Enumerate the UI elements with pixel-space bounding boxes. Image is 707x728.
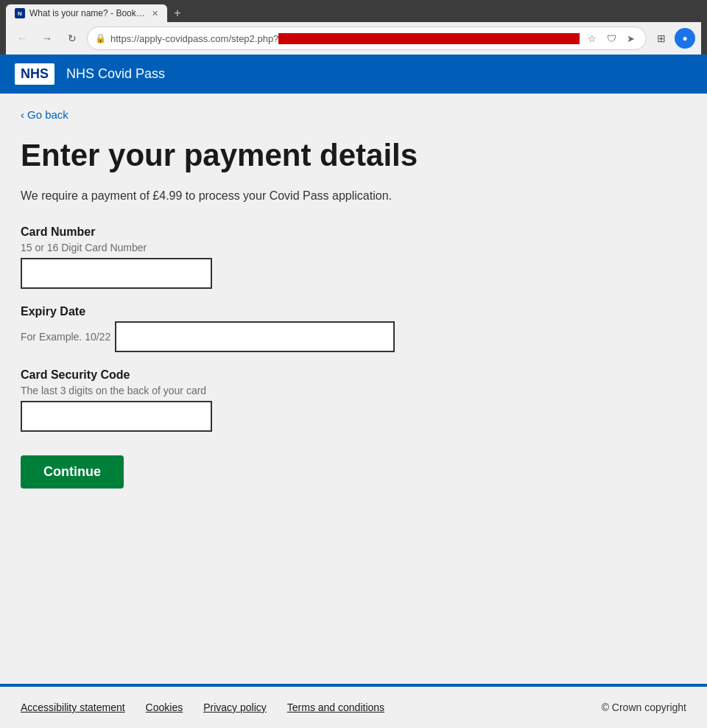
nhs-header: NHS NHS Covid Pass bbox=[0, 55, 707, 94]
card-number-hint: 15 or 16 Digit Card Number bbox=[21, 242, 686, 253]
url-prefix: https://apply-covidpass.com/step2.php? bbox=[110, 33, 278, 44]
footer-link-terms[interactable]: Terms and conditions bbox=[287, 701, 384, 713]
expiry-date-group: Expiry Date For Example. 10/22 bbox=[21, 305, 686, 352]
copyright-text: © Crown copyright bbox=[602, 701, 686, 713]
share-icon[interactable]: ➤ bbox=[622, 30, 639, 46]
url-text: https://apply-covidpass.com/step2.php? bbox=[110, 33, 580, 44]
continue-button[interactable]: Continue bbox=[21, 455, 124, 489]
nhs-site-title: NHS Covid Pass bbox=[66, 66, 165, 82]
url-bar[interactable]: 🔒 https://apply-covidpass.com/step2.php?… bbox=[87, 27, 647, 50]
tab-favicon: N bbox=[15, 8, 25, 18]
active-tab[interactable]: N What is your name? - Book a c... ✕ bbox=[6, 4, 167, 22]
reload-button[interactable]: ↻ bbox=[62, 28, 82, 49]
browser-chrome: N What is your name? - Book a c... ✕ + ←… bbox=[0, 0, 707, 55]
footer-link-accessibility[interactable]: Accessibility statement bbox=[21, 701, 125, 713]
shield-icon[interactable]: 🛡 bbox=[603, 30, 619, 46]
expiry-inline-group: For Example. 10/22 bbox=[21, 321, 686, 352]
profile-button[interactable]: ● bbox=[675, 28, 695, 49]
toolbar-right: ⊞ ● bbox=[651, 28, 695, 49]
expiry-date-label: Expiry Date bbox=[21, 305, 686, 318]
chevron-left-icon: ‹ bbox=[21, 108, 24, 121]
go-back-link[interactable]: ‹ Go back bbox=[21, 108, 686, 121]
go-back-label: Go back bbox=[27, 108, 68, 121]
forward-button[interactable]: → bbox=[37, 28, 57, 49]
security-code-label: Card Security Code bbox=[21, 368, 686, 382]
page-heading: Enter your payment details bbox=[21, 139, 686, 172]
card-number-label: Card Number bbox=[21, 225, 686, 239]
browser-toolbar: ← → ↻ 🔒 https://apply-covidpass.com/step… bbox=[6, 22, 701, 55]
security-code-input[interactable] bbox=[21, 401, 212, 432]
footer-links: Accessibility statement Cookies Privacy … bbox=[21, 701, 384, 713]
footer-link-cookies[interactable]: Cookies bbox=[146, 701, 183, 713]
url-bar-icons: ☆ 🛡 ➤ bbox=[584, 30, 639, 46]
card-number-group: Card Number 15 or 16 Digit Card Number bbox=[21, 225, 686, 289]
expiry-hint-inline: For Example. 10/22 bbox=[21, 331, 110, 343]
lock-icon: 🔒 bbox=[95, 33, 106, 43]
bookmark-icon[interactable]: ☆ bbox=[584, 30, 600, 46]
footer-link-privacy[interactable]: Privacy policy bbox=[203, 701, 267, 713]
tab-close-icon[interactable]: ✕ bbox=[152, 9, 158, 18]
tab-title: What is your name? - Book a c... bbox=[29, 8, 147, 18]
main-content: ‹ Go back Enter your payment details We … bbox=[0, 94, 707, 684]
footer: Accessibility statement Cookies Privacy … bbox=[0, 684, 707, 728]
security-code-group: Card Security Code The last 3 digits on … bbox=[21, 368, 686, 432]
payment-form: Card Number 15 or 16 Digit Card Number E… bbox=[21, 225, 686, 489]
card-number-input[interactable] bbox=[21, 258, 212, 289]
extensions-button[interactable]: ⊞ bbox=[651, 28, 672, 49]
security-code-hint: The last 3 digits on the back of your ca… bbox=[21, 385, 686, 396]
new-tab-button[interactable]: + bbox=[169, 4, 186, 22]
browser-tabs: N What is your name? - Book a c... ✕ + bbox=[6, 4, 701, 22]
nhs-logo: NHS bbox=[15, 63, 54, 85]
payment-description: We require a payment of £4.99 to process… bbox=[21, 187, 686, 205]
url-highlighted bbox=[278, 33, 580, 44]
back-button[interactable]: ← bbox=[12, 28, 32, 49]
expiry-date-input[interactable] bbox=[115, 321, 395, 352]
